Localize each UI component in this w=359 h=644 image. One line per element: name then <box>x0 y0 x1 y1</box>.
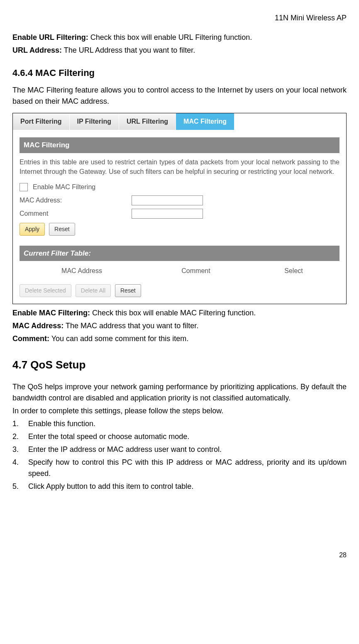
tab-mac-filtering[interactable]: MAC Filtering <box>176 113 234 130</box>
comment-def-desc: You can add some comment for this item. <box>49 334 188 343</box>
url-address-desc: The URL Address that you want to filter. <box>62 46 195 54</box>
enable-mac-def-desc: Check this box will enable MAC Filtering… <box>90 309 256 317</box>
tab-bar: Port Filtering IP Filtering URL Filterin… <box>13 113 346 130</box>
mac-filtering-ui-figure: Port Filtering IP Filtering URL Filterin… <box>12 113 347 304</box>
list-item: 5.Click Apply button to add this item to… <box>12 481 347 492</box>
apply-button[interactable]: Apply <box>20 223 45 236</box>
reset-table-button[interactable]: Reset <box>115 284 141 297</box>
enable-mac-checkbox[interactable] <box>20 183 28 191</box>
list-text: Enter the IP address or MAC address user… <box>28 444 347 455</box>
list-number: 2. <box>12 431 28 442</box>
list-text: Click Apply button to add this item to c… <box>28 481 347 492</box>
list-text: Enable this function. <box>28 418 347 429</box>
mac-address-label: MAC Address: <box>20 195 132 205</box>
list-item: 1.Enable this function. <box>12 418 347 429</box>
panel-description: Entries in this table are used to restri… <box>20 157 339 176</box>
url-address-definition: URL Address: The URL Address that you wa… <box>12 45 347 56</box>
delete-selected-button[interactable]: Delete Selected <box>20 284 71 297</box>
url-filtering-label: Enable URL Filtering: <box>12 33 88 41</box>
list-number: 5. <box>12 481 28 492</box>
enable-mac-def-label: Enable MAC Filtering: <box>12 309 90 317</box>
list-number: 4. <box>12 457 28 479</box>
qos-para2: In order to complete this settings, plea… <box>12 405 347 417</box>
list-item: 4.Specify how to control this PC with th… <box>12 457 347 479</box>
enable-mac-label: Enable MAC Filtering <box>33 182 95 192</box>
mac-addr-def-label: MAC Address: <box>12 322 63 330</box>
tab-port-filtering[interactable]: Port Filtering <box>13 113 70 130</box>
comment-definition: Comment: You can add some comment for th… <box>12 333 347 344</box>
qos-steps-list: 1.Enable this function. 2.Enter the tota… <box>12 418 347 492</box>
mac-address-input[interactable] <box>132 195 203 205</box>
filter-table-title: Current Filter Table: <box>20 246 339 261</box>
section-464-para: The MAC Filtering feature allows you to … <box>12 85 347 107</box>
apply-reset-row: Apply Reset <box>20 223 339 236</box>
mac-addr-def-desc: The MAC address that you want to filter. <box>63 322 198 330</box>
list-number: 3. <box>12 444 28 455</box>
comment-label: Comment <box>20 209 132 219</box>
col-mac-address: MAC Address <box>20 266 144 276</box>
url-address-label: URL Address: <box>12 46 62 54</box>
heading-464: 4.6.4 MAC Filtering <box>12 66 347 80</box>
comment-def-label: Comment: <box>12 334 49 343</box>
enable-mac-row: Enable MAC Filtering <box>20 182 339 192</box>
list-text: Enter the total speed or choose automati… <box>28 431 347 442</box>
enable-mac-definition: Enable MAC Filtering: Check this box wil… <box>12 307 347 319</box>
url-filtering-definition: Enable URL Filtering: Check this box wil… <box>12 32 347 43</box>
tab-ip-filtering[interactable]: IP Filtering <box>70 113 119 130</box>
url-filtering-desc: Check this box will enable URL Filtering… <box>88 33 252 41</box>
filter-table-header: MAC Address Comment Select <box>20 263 339 280</box>
page-header: 11N Mini Wireless AP <box>12 12 347 24</box>
heading-47: 4.7 QoS Setup <box>12 357 347 373</box>
list-item: 2.Enter the total speed or choose automa… <box>12 431 347 442</box>
comment-row: Comment <box>20 209 339 219</box>
col-comment: Comment <box>144 266 248 276</box>
qos-para1: The QoS helps improve your network gamin… <box>12 381 347 404</box>
reset-button[interactable]: Reset <box>49 223 75 236</box>
col-select: Select <box>248 266 339 276</box>
mac-address-definition: MAC Address: The MAC address that you wa… <box>12 320 347 332</box>
table-buttons-row: Delete Selected Delete All Reset <box>20 284 339 297</box>
list-text: Specify how to control this PC with this… <box>28 457 347 479</box>
list-item: 3.Enter the IP address or MAC address us… <box>12 444 347 455</box>
panel-title: MAC Filtering <box>20 137 339 153</box>
delete-all-button[interactable]: Delete All <box>76 284 111 297</box>
list-number: 1. <box>12 418 28 429</box>
page-number: 28 <box>12 550 347 560</box>
mac-address-row: MAC Address: <box>20 195 339 205</box>
comment-input[interactable] <box>132 209 203 219</box>
tab-url-filtering[interactable]: URL Filtering <box>119 113 176 130</box>
mac-filtering-panel: MAC Filtering Entries in this table are … <box>13 130 346 304</box>
